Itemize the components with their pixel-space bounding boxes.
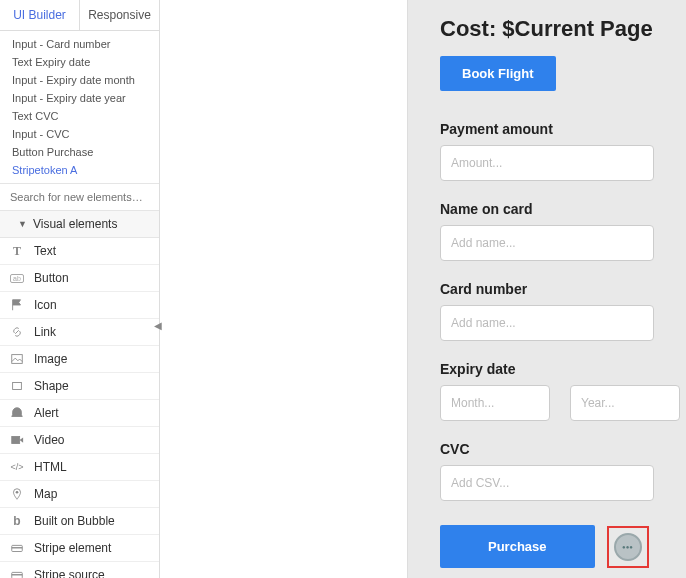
element-search <box>0 183 159 211</box>
palette-item-icon[interactable]: Icon <box>0 292 159 319</box>
alert-icon <box>8 406 26 420</box>
element-tree: Input - Card number Text Expiry date Inp… <box>0 31 159 183</box>
search-input[interactable] <box>0 184 159 210</box>
stripe-icon <box>8 568 26 578</box>
purchase-button[interactable]: Purchase <box>440 525 595 568</box>
label-cvc: CVC <box>440 441 654 457</box>
video-icon <box>8 433 26 447</box>
bubble-icon: b <box>8 514 26 528</box>
input-payment-amount[interactable] <box>440 145 654 181</box>
button-icon: ab <box>8 271 26 285</box>
tree-item[interactable]: Input - Expiry date year <box>0 89 159 107</box>
palette-item-map[interactable]: Map <box>0 481 159 508</box>
tab-responsive[interactable]: Responsive <box>80 0 159 30</box>
palette-item-alert[interactable]: Alert <box>0 400 159 427</box>
svg-rect-1 <box>13 383 22 390</box>
stripe-token-icon: ●●● <box>614 533 642 561</box>
input-cvc[interactable] <box>440 465 654 501</box>
image-icon <box>8 352 26 366</box>
stripe-token-element[interactable]: ●●● <box>607 526 649 568</box>
palette-item-image[interactable]: Image <box>0 346 159 373</box>
palette-item-stripe-element[interactable]: Stripe element <box>0 535 159 562</box>
tree-item[interactable]: Input - CVC <box>0 125 159 143</box>
palette-item-label: Stripe source <box>34 568 105 578</box>
input-name-on-card[interactable] <box>440 225 654 261</box>
palette-item-video[interactable]: Video <box>0 427 159 454</box>
tree-item[interactable]: Text Expiry date <box>0 53 159 71</box>
palette-item-text[interactable]: TText <box>0 238 159 265</box>
svg-rect-0 <box>12 355 23 364</box>
svg-rect-7 <box>12 574 23 575</box>
palette-item-label: Link <box>34 325 56 339</box>
label-expiry: Expiry date <box>440 361 654 377</box>
map-icon <box>8 487 26 501</box>
flag-icon <box>8 298 26 312</box>
palette-item-label: Stripe element <box>34 541 111 555</box>
tree-item[interactable]: Input - Expiry date month <box>0 71 159 89</box>
palette-item-link[interactable]: Link <box>0 319 159 346</box>
palette-item-label: Button <box>34 271 69 285</box>
sidebar-tabs: UI Builder Responsive <box>0 0 159 31</box>
palette-item-label: Map <box>34 487 57 501</box>
palette-item-label: Alert <box>34 406 59 420</box>
tree-item-selected[interactable]: Stripetoken A <box>0 161 159 179</box>
palette-item-shape[interactable]: Shape <box>0 373 159 400</box>
section-label: Visual elements <box>33 217 118 231</box>
palette-item-label: Video <box>34 433 64 447</box>
section-visual-elements[interactable]: ▼ Visual elements <box>0 211 159 238</box>
label-card-number: Card number <box>440 281 654 297</box>
palette-item-label: Text <box>34 244 56 258</box>
page-title: Cost: $Current Page <box>440 16 654 42</box>
app-root: UI Builder Responsive Input - Card numbe… <box>0 0 686 578</box>
link-icon <box>8 325 26 339</box>
field-expiry: Expiry date <box>440 361 654 421</box>
palette-visual: TTextabButtonIconLinkImageShapeAlertVide… <box>0 238 159 578</box>
svg-point-3 <box>16 491 19 494</box>
palette-item-label: Shape <box>34 379 69 393</box>
svg-rect-2 <box>12 437 20 444</box>
purchase-row: Purchase ●●● <box>440 525 654 568</box>
field-cvc: CVC <box>440 441 654 501</box>
tree-item[interactable]: Text CVC <box>0 107 159 125</box>
html-icon: </> <box>8 460 26 474</box>
elements-sidebar: UI Builder Responsive Input - Card numbe… <box>0 0 160 578</box>
chevron-down-icon: ▼ <box>18 219 27 229</box>
stripe-icon <box>8 541 26 555</box>
palette-item-label: Icon <box>34 298 57 312</box>
expiry-row <box>440 385 654 421</box>
palette-item-label: HTML <box>34 460 67 474</box>
label-name-on-card: Name on card <box>440 201 654 217</box>
palette-item-button[interactable]: abButton <box>0 265 159 292</box>
tree-item[interactable]: Input - Card number <box>0 35 159 53</box>
tree-item[interactable]: Button Purchase <box>0 143 159 161</box>
shape-icon <box>8 379 26 393</box>
palette-item-html[interactable]: </>HTML <box>0 454 159 481</box>
field-card-number: Card number <box>440 281 654 341</box>
book-flight-button[interactable]: Book Flight <box>440 56 556 91</box>
input-expiry-year[interactable] <box>570 385 680 421</box>
palette-item-built-on-bubble[interactable]: bBuilt on Bubble <box>0 508 159 535</box>
canvas-gutter: ◀ <box>160 0 408 578</box>
input-expiry-month[interactable] <box>440 385 550 421</box>
svg-rect-5 <box>12 547 23 548</box>
input-card-number[interactable] <box>440 305 654 341</box>
field-name-on-card: Name on card <box>440 201 654 261</box>
canvas-preview: Cost: $Current Page Book Flight Payment … <box>408 0 686 578</box>
palette-item-label: Built on Bubble <box>34 514 115 528</box>
palette-item-stripe-source[interactable]: Stripe source <box>0 562 159 578</box>
text-icon: T <box>8 244 26 258</box>
label-payment-amount: Payment amount <box>440 121 654 137</box>
palette-item-label: Image <box>34 352 67 366</box>
field-payment-amount: Payment amount <box>440 121 654 181</box>
tab-ui-builder[interactable]: UI Builder <box>0 0 80 30</box>
collapse-left-icon[interactable]: ◀ <box>154 320 160 334</box>
